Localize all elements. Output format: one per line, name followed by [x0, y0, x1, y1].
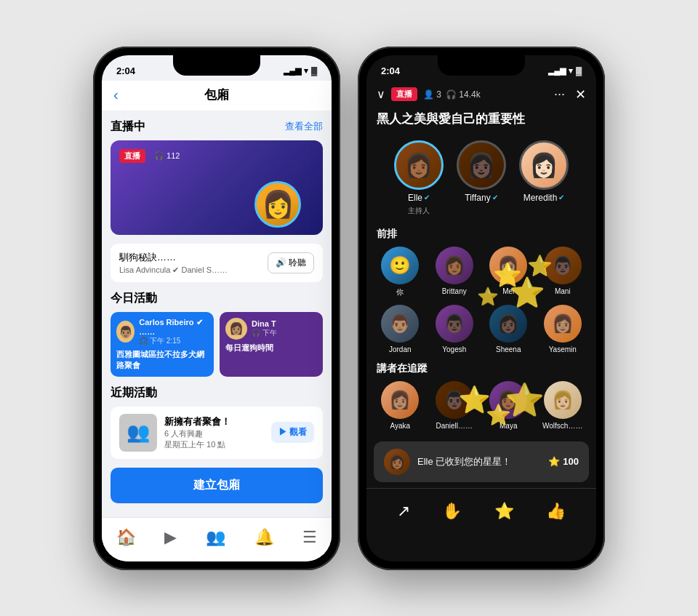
recent-info: 新擁有者聚會！ 6 人有興趣 星期五上午 10 點: [164, 415, 264, 450]
live-section-header: 直播中 查看全部: [111, 119, 323, 135]
avatar-yasemin: 👩🏽: [544, 305, 582, 343]
people-count: 👤 3: [423, 89, 441, 100]
host-avatar-img: [257, 183, 299, 225]
avatar-wolf: 👩🏼: [544, 381, 582, 419]
activity-card-0[interactable]: 👨🏽 Carlos Ribeiro ✔ …… 🎧 下午 2:15 西雅圖城區拉不…: [111, 312, 214, 377]
host-item-1: 👩🏿 Tiffany ✔: [457, 140, 506, 216]
battery-icon-right: ▓: [576, 66, 582, 75]
right-screen: 2:04 ▂▄▆ ▾ ▓ ∨ 直播 👤 3 🎧 14.4k ··· ✕ 黑: [366, 55, 596, 561]
activity-desc-0: 西雅圖城區拉不拉多犬網路聚會: [116, 349, 208, 371]
avatar-mei: 👩🏽: [489, 247, 527, 284]
following-label: 講者在追蹤: [366, 359, 596, 381]
avatar-yogesh: 👨🏿: [436, 305, 473, 343]
watch-button[interactable]: ▶ 觀看: [271, 422, 314, 443]
share-button[interactable]: ↗: [393, 497, 414, 525]
front-row-grid: 🙂 你 👩🏾 Brittany 👩🏽 Mei 👨🏿 Mani: [366, 247, 596, 359]
nav-menu[interactable]: ☰: [294, 525, 326, 550]
name-mani: Mani: [555, 287, 571, 295]
avatar-sheena: 👩🏿: [489, 305, 527, 343]
status-time-left: 2:04: [116, 65, 135, 76]
like-button[interactable]: 👍: [542, 497, 570, 525]
audience-jordan: 👨🏽 Jordan: [377, 305, 424, 353]
wifi-icon-right: ▾: [569, 66, 573, 76]
listener-count: 🎧 112: [154, 151, 180, 161]
nav-groups[interactable]: 👥: [197, 525, 234, 550]
star-button[interactable]: ⭐: [490, 497, 518, 525]
chevron-down-icon[interactable]: ∨: [377, 87, 385, 101]
activity-time-1: 🎧 下午: [252, 328, 277, 338]
audience-yogesh: 👨🏿 Yogesh: [431, 305, 478, 353]
live-stats: 👤 3 🎧 14.4k: [423, 89, 481, 100]
audience-mani: 👨🏿 Mani: [539, 247, 587, 297]
live-card[interactable]: 直播 🎧 112: [111, 140, 323, 235]
room-title: 黑人之美與愛自己的重要性: [366, 108, 596, 135]
live-section-title: 直播中: [111, 119, 145, 135]
recent-section-header: 近期活動: [111, 385, 323, 401]
left-phone: 2:04 ▂▄▆ ▾ ▓ ‹ 包廂 直播中 查看全部: [93, 47, 340, 570]
nav-home[interactable]: 🏠: [108, 525, 145, 550]
activity-cards: 👨🏽 Carlos Ribeiro ✔ …… 🎧 下午 2:15 西雅圖城區拉不…: [111, 312, 323, 377]
recent-sub-1: 6 人有興趣: [164, 428, 264, 439]
recent-img: 👥: [119, 414, 157, 452]
host-avatar-meredith: 👩🏻: [519, 140, 569, 190]
recent-section: 近期活動 👥 新擁有者聚會！ 6 人有興趣 星期五上午 10 點 ▶ 觀看: [111, 385, 323, 459]
status-icons-left: ▂▄▆ ▾ ▓: [284, 66, 317, 76]
name-sheena: Sheena: [496, 345, 521, 353]
back-button[interactable]: ‹: [113, 87, 119, 103]
recent-title: 新擁有者聚會！: [164, 415, 264, 428]
name-maya: Maya: [500, 422, 517, 430]
listener-count-right: 🎧 14.4k: [446, 89, 481, 100]
recent-item[interactable]: 👥 新擁有者聚會！ 6 人有興趣 星期五上午 10 點 ▶ 觀看: [111, 407, 323, 459]
host-name-meredith: Meredith ✔: [524, 193, 565, 203]
avatar-daniel: 👨🏿: [436, 381, 473, 419]
activity-desc-1: 每日遛狗時間: [225, 343, 317, 353]
host-role-elle: 主持人: [408, 206, 430, 216]
listen-title: 馴狗秘訣……: [119, 251, 268, 264]
battery-icon: ▓: [311, 66, 317, 75]
activity-card-1[interactable]: 👩🏽 Dina T 🎧 下午 每日遛狗時間: [220, 312, 323, 377]
bottom-nav: 🏠 ▶ 👥 🔔 ☰: [102, 517, 332, 561]
name-you: 你: [396, 287, 404, 297]
live-header: ∨ 直播 👤 3 🎧 14.4k ··· ✕: [366, 81, 596, 108]
verified-icon-tiffany: ✔: [492, 193, 498, 201]
star-count: 100: [563, 456, 579, 467]
view-all-link[interactable]: 查看全部: [285, 120, 323, 133]
right-phone: 2:04 ▂▄▆ ▾ ▓ ∨ 直播 👤 3 🎧 14.4k ··· ✕ 黑: [358, 47, 605, 570]
create-button[interactable]: 建立包廂: [111, 468, 323, 503]
left-screen: 2:04 ▂▄▆ ▾ ▓ ‹ 包廂 直播中 查看全部: [102, 55, 332, 561]
name-mei: Mei: [502, 287, 514, 295]
recent-sub-2: 星期五上午 10 點: [164, 439, 264, 450]
live-host-avatar: [254, 181, 301, 228]
action-bar: ↗ ✋ ⭐ 👍: [366, 488, 596, 540]
notch-left: [173, 55, 260, 76]
nav-bell[interactable]: 🔔: [246, 525, 283, 550]
listen-sub: Lisa Advincula ✔ Daniel S……: [119, 265, 268, 275]
listen-row[interactable]: 馴狗秘訣…… Lisa Advincula ✔ Daniel S…… 🔊 聆聽: [111, 244, 323, 282]
name-daniel: Daniell……: [436, 422, 473, 430]
content-area: 直播中 查看全部 直播 🎧 112 馴狗秘訣…… L: [102, 111, 332, 517]
verified-icon-meredith: ✔: [558, 193, 564, 201]
notif-avatar: 👩🏾: [384, 449, 410, 475]
activity-card-1-header: 👩🏽 Dina T 🎧 下午: [225, 318, 317, 340]
listen-button[interactable]: 🔊 聆聽: [268, 252, 314, 273]
more-button[interactable]: ···: [554, 87, 565, 102]
name-brittany: Brittany: [442, 287, 467, 295]
audience-mei: 👩🏽 Mei: [485, 247, 532, 297]
wifi-icon: ▾: [304, 66, 308, 76]
notif-stars: ⭐ 100: [548, 456, 579, 467]
avatar-maya: 👩🏾: [489, 381, 527, 419]
host-item-2: 👩🏻 Meredith ✔: [519, 140, 569, 216]
host-avatar-elle: 👩🏾: [394, 140, 444, 190]
name-yasemin: Yasemin: [549, 345, 577, 353]
nav-play[interactable]: ▶: [156, 525, 185, 550]
live-badge: 直播: [119, 149, 145, 163]
activity-time-0: 🎧 下午 2:15: [139, 336, 208, 346]
audience-daniel: 👨🏿 Daniell……: [431, 381, 478, 430]
phones-container: 2:04 ▂▄▆ ▾ ▓ ‹ 包廂 直播中 查看全部: [79, 32, 619, 585]
star-icon: ⭐: [548, 456, 560, 467]
raise-hand-button[interactable]: ✋: [438, 497, 466, 525]
close-button[interactable]: ✕: [575, 87, 586, 103]
audience-maya: 👩🏾 Maya: [485, 381, 532, 430]
host-item-0: 👩🏾 Elle ✔ 主持人: [394, 140, 444, 216]
nav-header: ‹ 包廂: [102, 81, 332, 111]
